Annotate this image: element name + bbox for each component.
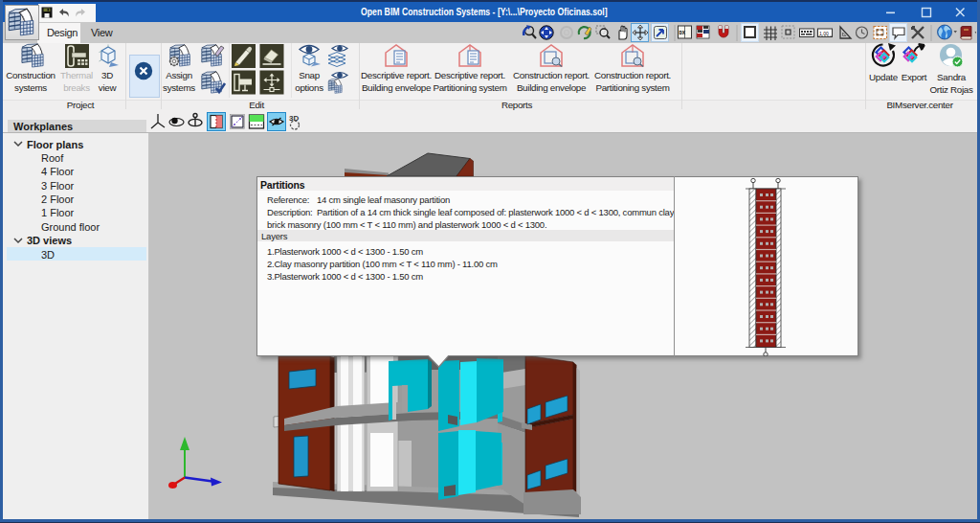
svg-text:DX: DX <box>679 30 686 36</box>
svg-text:3D: 3D <box>289 114 299 123</box>
svg-text:1.00: 1.00 <box>819 31 829 36</box>
